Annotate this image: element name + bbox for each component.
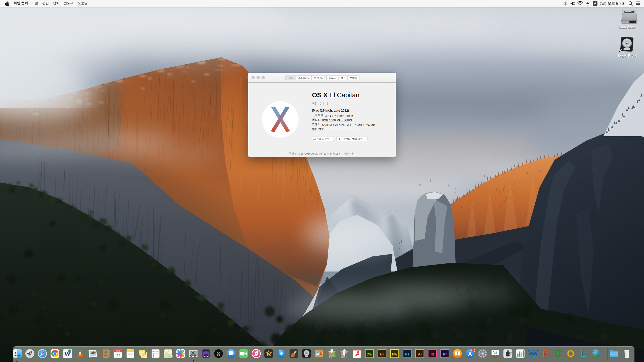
svg-text:27: 27 xyxy=(115,353,120,358)
svg-text:Br: Br xyxy=(380,352,384,356)
svg-text:Dw: Dw xyxy=(366,352,372,356)
svg-text:Fw: Fw xyxy=(392,352,397,356)
svg-text:X: X xyxy=(216,350,221,357)
svg-text:Ai: Ai xyxy=(418,352,421,356)
svg-text:O: O xyxy=(567,348,574,359)
svg-text:A: A xyxy=(594,2,596,5)
svg-text:G: G xyxy=(346,354,347,357)
svg-text:3D: 3D xyxy=(170,355,172,357)
svg-text:X: X xyxy=(555,348,561,359)
svg-text:Id: Id xyxy=(430,352,434,356)
svg-text:Ps: Ps xyxy=(405,352,410,356)
svg-text:Pr: Pr xyxy=(443,352,447,356)
svg-text:1: 1 xyxy=(472,349,474,352)
svg-text:G: G xyxy=(333,354,335,357)
svg-text:W: W xyxy=(528,348,538,359)
svg-text:L: L xyxy=(580,348,586,359)
svg-text:P: P xyxy=(542,348,549,359)
svg-text:A: A xyxy=(468,351,472,357)
